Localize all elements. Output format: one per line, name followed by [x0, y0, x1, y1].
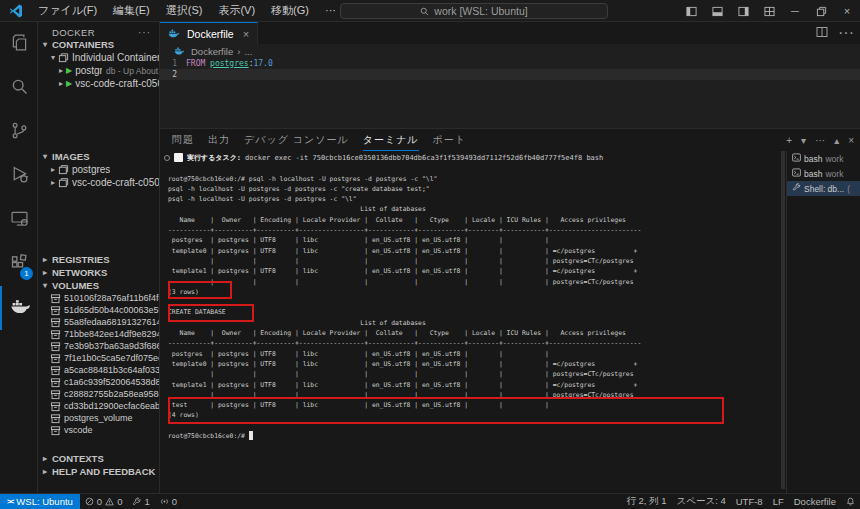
- editor-more-actions-icon[interactable]: ···: [838, 24, 854, 42]
- run-debug-icon: [9, 164, 30, 189]
- terminal-tab-label: bash: [804, 169, 822, 179]
- item-label: postgres: [72, 164, 110, 175]
- remote-indicator[interactable]: >< WSL: Ubuntu: [0, 494, 80, 509]
- terminal-tab-0[interactable]: bashwork: [787, 151, 860, 166]
- layout-panel-icon[interactable]: [704, 0, 730, 22]
- terminal[interactable]: 実行するタスク: docker exec -it 750cbcb16ce0350…: [160, 151, 786, 493]
- tree-item-volume-7[interactable]: c1a6c939f520064538d8c03a67...: [38, 376, 159, 388]
- activity-item-docker[interactable]: [0, 286, 38, 330]
- panel-tab-問題[interactable]: 問題: [172, 130, 194, 151]
- volume-icon: [50, 413, 61, 424]
- section-header-containers[interactable]: ▾CONTAINERS: [38, 38, 159, 51]
- tree-item-volume-1[interactable]: 51d65d50b44c00063e5f23ef84c...: [38, 304, 159, 316]
- tree-item-image-0[interactable]: ▸postgres: [38, 163, 159, 176]
- maximize-panel-icon[interactable]: ▴: [834, 135, 839, 146]
- breadcrumb[interactable]: Dockerfile › ...: [160, 44, 860, 58]
- panel-tabbar: 問題出力デバッグ コンソールターミナルポート: [160, 129, 466, 151]
- tree-item-container-1[interactable]: ▸▶vsc-code-craft-c05039aa9...: [38, 77, 159, 90]
- terminal-tab-1[interactable]: bashwork: [787, 166, 860, 181]
- tree-item-container-0[interactable]: ▸▶postgresdb - Up About a m...: [38, 64, 159, 77]
- menu-item[interactable]: ファイル(F): [30, 0, 105, 21]
- terminal-tab-label: Shell: db...: [804, 184, 844, 194]
- terminal-dropdown-icon[interactable]: ▾: [801, 135, 806, 146]
- tab-close-icon[interactable]: ×: [243, 28, 249, 40]
- encoding[interactable]: UTF-8: [731, 494, 768, 509]
- tree-item-volume-10[interactable]: postgres_volume: [38, 412, 159, 424]
- tree-item-volume-11[interactable]: vscode: [38, 424, 159, 436]
- command-center-search[interactable]: work [WSL: Ubuntu]: [340, 3, 608, 19]
- activity-item-search[interactable]: [0, 66, 38, 110]
- image-icon: [58, 177, 69, 188]
- tree-item-volume-2[interactable]: 55a8fedaa681913276147ab9e4...: [38, 316, 159, 328]
- customize-layout-icon[interactable]: [756, 0, 782, 22]
- item-label: c1a6c939f520064538d8c03a67...: [64, 377, 159, 387]
- activity-item-run-debug[interactable]: [0, 154, 38, 198]
- restore-button[interactable]: [808, 0, 834, 22]
- section-header-contexts[interactable]: ▸CONTEXTS: [38, 452, 159, 465]
- tree-item-image-1[interactable]: ▸vsc-code-craft-c05039aa99...: [38, 176, 159, 189]
- tree-item-volume-9[interactable]: cd33bd12900ecfac6eabf517a10...: [38, 400, 159, 412]
- warning-icon: [105, 497, 114, 506]
- panel-tab-ポート[interactable]: ポート: [433, 130, 466, 151]
- code-editor[interactable]: 1 FROM postgres:17.0 2: [160, 58, 860, 80]
- search-icon: [420, 7, 429, 16]
- menu-item[interactable]: 編集(E): [105, 0, 158, 21]
- eol[interactable]: LF: [768, 494, 789, 509]
- ports-indicator[interactable]: 0: [155, 494, 182, 509]
- running-tasks-indicator[interactable]: 1: [127, 494, 154, 509]
- panel-more-icon[interactable]: ···: [815, 135, 825, 146]
- tree-item-volume-3[interactable]: 71bbe842ee14df9e8294ece7ce...: [38, 328, 159, 340]
- section-header-images[interactable]: ▾IMAGES: [38, 150, 159, 163]
- cursor-position[interactable]: 行 2, 列 1: [621, 494, 671, 509]
- minimize-button[interactable]: ─: [782, 0, 808, 22]
- indentation[interactable]: スペース: 4: [672, 494, 731, 509]
- new-terminal-icon[interactable]: +: [786, 135, 792, 146]
- section-header-help-and-feedback[interactable]: ▸HELP AND FEEDBACK: [38, 465, 159, 478]
- close-button[interactable]: ×: [834, 0, 860, 22]
- breadcrumb-separator: ›: [237, 46, 240, 57]
- section-header-networks[interactable]: ▸NETWORKS: [38, 266, 159, 279]
- section-header-volumes[interactable]: ▾VOLUMES: [38, 279, 159, 292]
- menu-item[interactable]: 表示(V): [210, 0, 263, 21]
- terminal-scrollbar[interactable]: [781, 151, 785, 489]
- menu-item[interactable]: 移動(G): [263, 0, 317, 21]
- terminal-tab-desc: work: [825, 154, 843, 164]
- chevron-right-icon: ▸: [48, 165, 58, 174]
- editor-area: Dockerfile × ··· Dockerfile › ... 1 FROM…: [160, 22, 860, 493]
- tree-item-volume-4[interactable]: 7e3b9b37ba63a9d3f686356050...: [38, 340, 159, 352]
- language-mode[interactable]: Dockerfile: [789, 494, 841, 509]
- activity-item-extensions[interactable]: 1: [0, 242, 38, 286]
- chevron-down-icon: ▾: [40, 281, 50, 290]
- bell-icon: [846, 497, 855, 506]
- split-editor-icon[interactable]: [816, 24, 828, 42]
- chevron-down-icon: ▾: [40, 152, 50, 161]
- tree-item-volume-0[interactable]: 510106f28a76af11b6f4f841a5ec...: [38, 292, 159, 304]
- layout-secondary-sidebar-icon[interactable]: [730, 0, 756, 22]
- tree-item-volume-6[interactable]: a5cac88481b3c64af033eeacc0e...: [38, 364, 159, 376]
- problems-indicator[interactable]: 0 0: [80, 494, 128, 509]
- terminal-tab-desc: work: [825, 169, 843, 179]
- volume-icon: [50, 293, 61, 304]
- activity-item-explorer[interactable]: [0, 22, 38, 66]
- code-line-1: 1 FROM postgres:17.0: [160, 58, 860, 69]
- line-number: 2: [160, 70, 186, 79]
- notifications-bell[interactable]: [841, 494, 860, 509]
- menu-item[interactable]: 選択(S): [158, 0, 211, 21]
- tree-item-volume-8[interactable]: c28882755b2a58ea958d418ed9...: [38, 388, 159, 400]
- tree-item-individual-containers[interactable]: ▾Individual Containers: [38, 51, 159, 64]
- activity-item-source-control[interactable]: [0, 110, 38, 154]
- panel-tab-デバッグ コンソール[interactable]: デバッグ コンソール: [244, 130, 349, 151]
- section-header-registries[interactable]: ▸REGISTRIES: [38, 253, 159, 266]
- tab-dockerfile[interactable]: Dockerfile ×: [160, 22, 258, 44]
- close-panel-icon[interactable]: ×: [848, 135, 854, 146]
- panel-tab-ターミナル[interactable]: ターミナル: [363, 130, 419, 151]
- sidebar-more-actions-icon[interactable]: ···: [138, 27, 151, 38]
- tree-item-volume-5[interactable]: 7f1e1b0c5ca5e7df075ecac74fcf...: [38, 352, 159, 364]
- code-token-image-link[interactable]: postgres: [210, 59, 249, 68]
- item-label: Individual Containers: [72, 52, 159, 63]
- terminal-tab-2[interactable]: Shell: db...(: [787, 181, 860, 196]
- activity-item-remote-explorer[interactable]: [0, 198, 38, 242]
- volume-icon: [50, 389, 61, 400]
- panel-tab-出力[interactable]: 出力: [208, 130, 230, 151]
- layout-sidebar-icon[interactable]: [678, 0, 704, 22]
